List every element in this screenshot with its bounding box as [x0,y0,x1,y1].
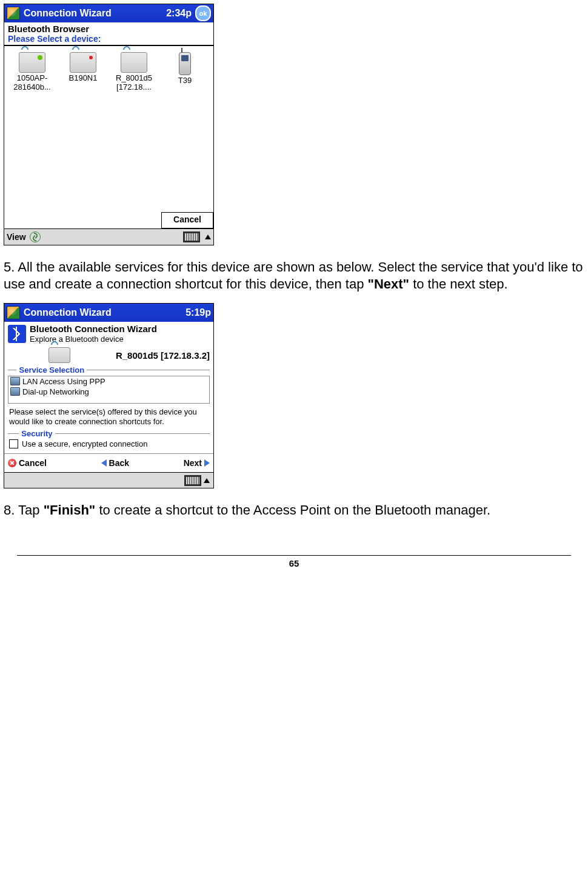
screenshot-bluetooth-browser: Connection Wizard 2:34p ok Bluetooth Bro… [4,4,214,245]
sip-bar [4,472,213,488]
wizard-title: Bluetooth Connection Wizard [30,324,157,335]
phone-icon [179,52,191,75]
app-title: Connection Wizard [24,307,112,318]
service-item[interactable]: LAN Access Using PPP [8,376,209,387]
screenshot-service-selection: Connection Wizard 5:19p Bluetooth Connec… [4,303,214,488]
service-listbox[interactable]: LAN Access Using PPP Dial-up Networking [8,376,210,404]
ok-button[interactable]: ok [195,5,211,21]
instruction-step5: 5. All the available services for this d… [4,259,584,292]
menu-bar: View [4,228,213,245]
keyboard-icon[interactable] [184,475,201,486]
keyboard-icon[interactable] [183,231,200,242]
checkbox-icon[interactable] [9,439,18,448]
sip-up-icon[interactable] [204,478,210,483]
device-item[interactable]: T39 [159,52,210,200]
secure-connection-row[interactable]: Use a secure, encrypted connection [4,438,213,453]
wizard-subtitle: Explore a Bluetooth device [30,335,157,344]
cancel-icon [8,459,16,467]
instruction-step8: 8. Tap "Finish" to create a shortcut to … [4,502,584,519]
cancel-button[interactable]: Cancel [161,212,213,228]
bluetooth-browser-heading: Bluetooth Browser [4,22,213,34]
device-label: R_8001d5 [172.18.... [116,73,152,92]
page-number: 65 [0,558,588,568]
start-icon[interactable] [7,7,20,20]
lan-icon [10,377,20,385]
router-icon [48,347,70,363]
wizard-header: Bluetooth Connection Wizard Explore a Bl… [4,322,213,346]
bluetooth-icon [8,325,26,343]
refresh-icon[interactable] [30,231,41,242]
titlebar: Connection Wizard 2:34p ok [4,4,213,22]
router-icon [19,52,45,73]
security-label: Security [8,429,210,438]
dialup-icon [10,387,20,396]
view-menu[interactable]: View [7,232,26,242]
device-label: T39 [178,76,192,85]
app-title: Connection Wizard [24,8,112,19]
clock: 2:34p [166,8,192,19]
next-button[interactable]: Next [184,458,210,468]
service-selection-label: Service Selection [8,365,210,375]
selected-device-name: R_8001d5 [172.18.3.2] [116,350,210,361]
device-label: B190N1 [69,73,98,82]
device-item[interactable]: R_8001d5 [172.18.... [109,52,159,200]
device-item[interactable]: B190N1 [58,52,109,200]
titlebar: Connection Wizard 5:19p [4,304,213,322]
device-item[interactable]: 1050AP-281640b... [7,52,58,200]
service-item[interactable]: Dial-up Networking [8,387,209,397]
selected-device-row: R_8001d5 [172.18.3.2] [4,346,213,365]
start-icon[interactable] [7,306,20,319]
device-grid: 1050AP-281640b... B190N1 R_8001d5 [172.1… [4,46,213,210]
wizard-nav: Cancel Back Next [4,453,213,472]
router-icon [70,52,96,73]
clock: 5:19p [185,307,211,318]
sip-up-icon[interactable] [205,235,211,239]
page-rule [17,555,571,556]
service-help-text: Please select the service(s) offered by … [4,405,213,430]
arrow-right-icon [204,459,210,467]
cancel-button[interactable]: Cancel [8,458,47,468]
router-icon [121,52,147,73]
arrow-left-icon [101,459,107,467]
device-label: 1050AP-281640b... [13,73,50,92]
select-device-prompt: Please Select a device: [4,34,213,46]
back-button[interactable]: Back [101,458,129,468]
